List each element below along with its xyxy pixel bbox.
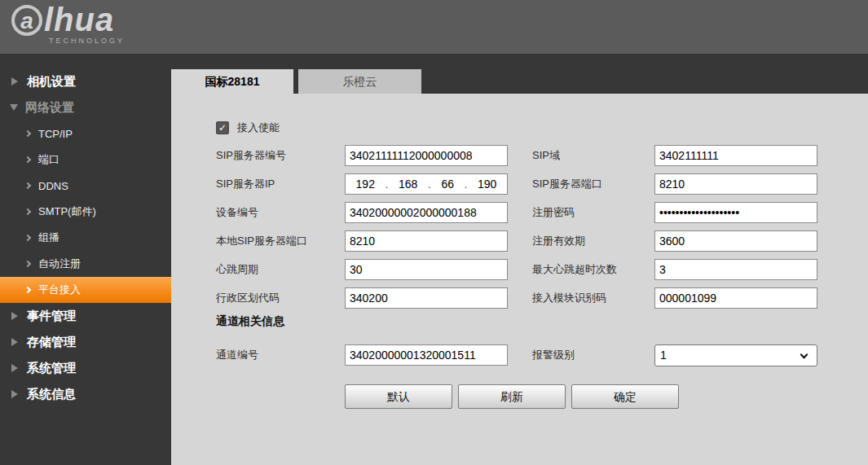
dahua-logo-subtext: TECHNOLOGY — [49, 37, 125, 45]
admin-region-code-input[interactable] — [345, 287, 508, 309]
form-row: 设备编号 注册密码 — [171, 202, 868, 223]
ip-octet-2: 168 — [399, 178, 417, 191]
platform-access-form: ✓ 接入使能 SIP服务器编号 SIP域 SIP服务器IP 192 . 168 … — [171, 94, 868, 465]
sip-server-port-input[interactable] — [654, 173, 817, 195]
max-heartbeat-timeout-label: 最大心跳超时次数 — [532, 259, 653, 280]
form-row: 本地SIP服务器端口 注册有效期 — [171, 230, 868, 252]
dahua-logo-text: lhua — [44, 2, 114, 38]
local-sip-port-input[interactable] — [345, 230, 508, 252]
chevron-right-icon — [24, 156, 31, 163]
sidebar-item-smtp[interactable]: SMTP(邮件) — [0, 199, 171, 225]
register-validity-input[interactable] — [654, 230, 817, 252]
ip-octet-1: 192 — [356, 178, 375, 191]
sidebar-item-auto-register[interactable]: 自动注册 — [0, 251, 171, 277]
alarm-level-value: 1 — [660, 349, 667, 362]
max-heartbeat-timeout-input[interactable] — [654, 259, 817, 280]
checkmark-icon: ✓ — [218, 122, 227, 134]
collapsed-triangle-icon — [11, 77, 18, 86]
sidebar-item-tcpip[interactable]: TCP/IP — [0, 121, 171, 147]
refresh-button[interactable]: 刷新 — [458, 384, 566, 409]
form-row: 通道编号 报警级别 1 — [171, 344, 868, 366]
form-row: 心跳周期 最大心跳超时次数 — [171, 259, 868, 280]
sip-domain-input[interactable] — [654, 145, 817, 166]
sidebar-item-multicast[interactable]: 组播 — [0, 225, 171, 251]
expanded-triangle-icon — [10, 104, 18, 111]
ip-dot: . — [386, 178, 389, 191]
sidebar-item-label: 端口 — [38, 152, 59, 167]
top-header-bar: alhua TECHNOLOGY — [0, 0, 868, 54]
sidebar-item-network-settings[interactable]: 网络设置 — [0, 94, 171, 121]
sidebar-item-event-management[interactable]: 事件管理 — [0, 303, 171, 329]
sidebar-item-label: 平台接入 — [38, 283, 81, 297]
ip-dot: . — [428, 178, 431, 191]
device-id-input[interactable] — [345, 202, 508, 223]
dahua-logo-mark-icon: a — [11, 5, 42, 36]
dahua-logo: alhua TECHNOLOGY — [11, 2, 125, 45]
sidebar-item-label: 相机设置 — [27, 74, 76, 90]
chevron-right-icon — [24, 130, 31, 137]
collapsed-triangle-icon — [11, 390, 18, 398]
access-module-id-label: 接入模块识别码 — [532, 287, 653, 309]
access-module-id-input[interactable] — [654, 287, 817, 309]
ip-octet-3: 66 — [441, 178, 454, 191]
form-row: SIP服务器IP 192 . 168 . 66 . 190 SIP服务器端口 — [171, 173, 868, 195]
form-row: SIP服务器编号 SIP域 — [171, 145, 868, 166]
sidebar-item-system-management[interactable]: 系统管理 — [0, 355, 171, 381]
register-validity-label: 注册有效期 — [532, 230, 653, 252]
enable-access-label: 接入使能 — [237, 121, 280, 135]
sidebar-item-ddns[interactable]: DDNS — [0, 173, 171, 199]
chevron-right-icon — [24, 235, 31, 241]
sip-server-id-label: SIP服务器编号 — [216, 145, 342, 166]
tab-bar: 国标28181 乐橙云 — [171, 54, 868, 94]
ip-dot: . — [465, 178, 468, 191]
register-password-input[interactable] — [654, 202, 817, 223]
sidebar-item-label: 组播 — [38, 230, 59, 245]
chevron-right-icon — [24, 261, 31, 267]
sidebar-item-label: DDNS — [38, 180, 68, 192]
sidebar-nav: 相机设置 网络设置 TCP/IP 端口 DDNS SMTP(邮件) 组播 自动 — [0, 54, 171, 465]
device-id-label: 设备编号 — [216, 202, 342, 223]
sidebar-item-label: 系统信息 — [27, 387, 76, 402]
collapsed-triangle-icon — [11, 338, 18, 346]
channel-info-section-title: 通道相关信息 — [216, 314, 284, 329]
sip-domain-label: SIP域 — [532, 145, 653, 166]
chevron-down-icon — [800, 351, 809, 359]
register-password-label: 注册密码 — [532, 202, 653, 223]
alarm-level-select[interactable]: 1 — [654, 344, 817, 366]
alarm-level-label: 报警级别 — [532, 344, 653, 366]
default-button[interactable]: 默认 — [345, 384, 452, 409]
heartbeat-period-label: 心跳周期 — [216, 259, 342, 280]
sidebar-item-label: 网络设置 — [25, 100, 74, 116]
collapsed-triangle-icon — [11, 312, 18, 320]
sidebar-item-storage-management[interactable]: 存储管理 — [0, 329, 171, 355]
ok-button[interactable]: 确定 — [571, 384, 679, 409]
sidebar-item-label: 自动注册 — [38, 257, 81, 271]
channel-id-label: 通道编号 — [216, 344, 342, 366]
heartbeat-period-input[interactable] — [345, 259, 508, 280]
sidebar-item-platform-access[interactable]: 平台接入 — [0, 277, 171, 303]
sidebar-item-camera-settings[interactable]: 相机设置 — [0, 68, 171, 94]
local-sip-port-label: 本地SIP服务器端口 — [216, 230, 342, 252]
sidebar-item-port[interactable]: 端口 — [0, 147, 171, 173]
action-button-row: 默认 刷新 确定 — [171, 384, 868, 409]
chevron-right-icon — [24, 208, 31, 215]
channel-id-input[interactable] — [345, 344, 508, 366]
chevron-right-icon — [24, 182, 31, 189]
sidebar-item-label: TCP/IP — [38, 128, 73, 140]
enable-access-row: ✓ 接入使能 — [216, 121, 280, 135]
sidebar-item-label: 事件管理 — [27, 309, 76, 324]
enable-access-checkbox[interactable]: ✓ — [216, 121, 229, 134]
collapsed-triangle-icon — [11, 364, 18, 372]
sidebar-item-label: SMTP(邮件) — [38, 204, 96, 219]
tab-gb28181[interactable]: 国标28181 — [171, 69, 293, 94]
sip-server-id-input[interactable] — [345, 145, 508, 166]
sip-server-ip-label: SIP服务器IP — [216, 173, 342, 195]
tab-lechengyun[interactable]: 乐橙云 — [298, 69, 421, 94]
form-row: 行政区划代码 接入模块识别码 — [171, 287, 868, 309]
app-window: alhua TECHNOLOGY 相机设置 网络设置 TCP/IP 端口 DDN… — [0, 0, 868, 465]
sip-server-port-label: SIP服务器端口 — [532, 173, 653, 195]
sidebar-item-system-info[interactable]: 系统信息 — [0, 381, 171, 407]
admin-region-code-label: 行政区划代码 — [216, 287, 342, 309]
sip-server-ip-input[interactable]: 192 . 168 . 66 . 190 — [345, 173, 508, 195]
sidebar-item-label: 系统管理 — [27, 361, 76, 376]
